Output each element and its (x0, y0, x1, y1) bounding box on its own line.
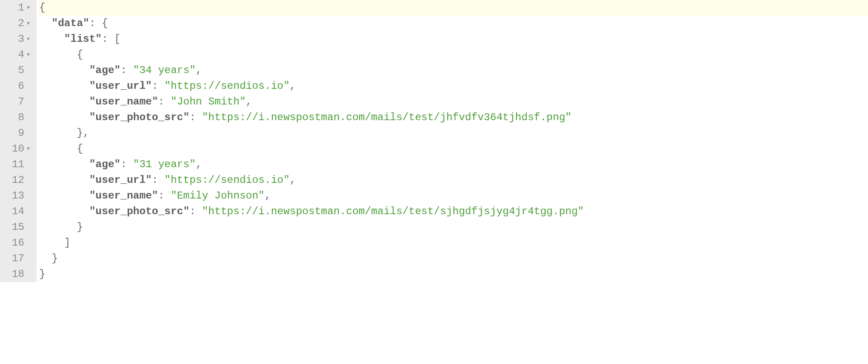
json-comma: , (246, 94, 252, 110)
code-area[interactable]: { "data": { "list": [ { "age": "34 years… (37, 0, 868, 282)
json-key: "user_photo_src" (89, 204, 189, 219)
code-line[interactable]: } (39, 266, 868, 282)
code-line[interactable]: "age": "34 years", (39, 63, 868, 78)
json-string: "Emily Johnson" (170, 188, 264, 204)
line-number: 1 (7, 0, 24, 16)
json-close-brace: } (52, 251, 58, 266)
json-colon: : (120, 157, 127, 172)
json-open-bracket: [ (114, 31, 120, 47)
json-string: "https://sendios.io" (164, 172, 290, 188)
json-close-brace: } (77, 125, 83, 141)
json-key: "user_url" (89, 172, 152, 188)
fold-toggle-icon[interactable]: ▾ (24, 0, 32, 16)
code-line[interactable]: "age": "31 years", (39, 157, 868, 172)
code-line[interactable]: "user_url": "https://sendios.io", (39, 78, 868, 94)
code-line[interactable]: "user_name": "John Smith", (39, 94, 868, 110)
json-open-brace: { (77, 141, 83, 157)
code-line[interactable]: "data": { (39, 16, 868, 31)
line-number: 5 (7, 63, 24, 78)
line-number: 13 (7, 188, 24, 204)
line-number: 10 (7, 141, 24, 157)
json-colon: : (190, 110, 196, 125)
code-line[interactable]: } (39, 219, 868, 235)
json-open-brace: { (102, 16, 108, 31)
fold-toggle-icon[interactable]: ▾ (24, 47, 32, 63)
json-comma: , (196, 157, 202, 172)
json-open-brace: { (77, 47, 83, 63)
json-colon: : (120, 63, 127, 78)
code-line[interactable]: "user_photo_src": "https://i.newspostman… (39, 110, 868, 125)
json-key: "list" (64, 31, 102, 47)
code-line[interactable]: ] (39, 235, 868, 251)
json-open-brace: { (39, 0, 45, 16)
json-comma: , (290, 78, 296, 94)
line-number: 14 (7, 204, 24, 219)
json-close-brace: } (39, 266, 45, 282)
line-number-gutter: 1▾ 2▾ 3▾ 4▾ 5 6 7 8 9 10▾ 11 12 13 14 15… (0, 0, 37, 282)
json-key: "age" (89, 157, 120, 172)
line-number: 6 (7, 78, 24, 94)
code-line[interactable]: "user_url": "https://sendios.io", (39, 172, 868, 188)
line-number: 16 (7, 235, 24, 251)
line-number: 3 (7, 31, 24, 47)
json-key: "user_name" (89, 94, 158, 110)
json-comma: , (83, 125, 89, 141)
json-close-bracket: ] (64, 235, 70, 251)
json-colon: : (102, 31, 108, 47)
json-string: "John Smith" (170, 94, 246, 110)
fold-toggle-icon[interactable]: ▾ (24, 31, 32, 47)
fold-toggle-icon[interactable]: ▾ (24, 16, 32, 31)
json-colon: : (89, 16, 95, 31)
json-colon: : (158, 94, 164, 110)
json-string: "https://i.newspostman.com/mails/test/sj… (202, 204, 584, 219)
code-line[interactable]: }, (39, 125, 868, 141)
json-string: "https://sendios.io" (164, 78, 290, 94)
code-editor[interactable]: 1▾ 2▾ 3▾ 4▾ 5 6 7 8 9 10▾ 11 12 13 14 15… (0, 0, 868, 282)
json-colon: : (152, 78, 158, 94)
json-comma: , (196, 63, 202, 78)
code-line[interactable]: } (39, 251, 868, 266)
code-line[interactable]: { (39, 0, 868, 16)
code-line[interactable]: "user_photo_src": "https://i.newspostman… (39, 204, 868, 219)
line-number: 11 (7, 157, 24, 172)
json-key: "user_photo_src" (89, 110, 189, 125)
line-number: 2 (7, 16, 24, 31)
line-number: 17 (7, 251, 24, 266)
line-number: 18 (7, 266, 24, 282)
json-close-brace: } (77, 219, 83, 235)
json-key: "user_name" (89, 188, 158, 204)
code-line[interactable]: "list": [ (39, 31, 868, 47)
line-number: 15 (7, 219, 24, 235)
json-string: "31 years" (133, 157, 196, 172)
line-number: 12 (7, 172, 24, 188)
json-comma: , (290, 172, 296, 188)
json-string: "https://i.newspostman.com/mails/test/jh… (202, 110, 571, 125)
code-line[interactable]: { (39, 47, 868, 63)
line-number: 9 (7, 125, 24, 141)
fold-toggle-icon[interactable]: ▾ (24, 141, 32, 157)
json-key: "data" (52, 16, 89, 31)
code-line[interactable]: { (39, 141, 868, 157)
code-line[interactable]: "user_name": "Emily Johnson", (39, 188, 868, 204)
json-comma: , (265, 188, 271, 204)
json-colon: : (158, 188, 164, 204)
json-key: "user_url" (89, 78, 152, 94)
line-number: 4 (7, 47, 24, 63)
line-number: 7 (7, 94, 24, 110)
json-colon: : (152, 172, 158, 188)
json-colon: : (190, 204, 196, 219)
line-number: 8 (7, 110, 24, 125)
json-key: "age" (89, 63, 120, 78)
json-string: "34 years" (133, 63, 196, 78)
